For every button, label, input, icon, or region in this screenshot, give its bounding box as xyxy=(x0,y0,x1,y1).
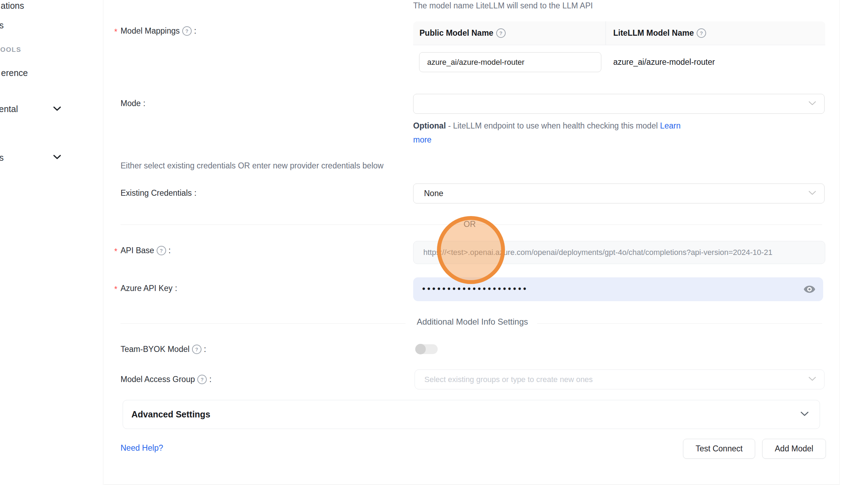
required-asterisk: * xyxy=(114,27,117,37)
section-divider-line xyxy=(121,323,405,324)
model-mappings-table: Public Model Name ? LiteLLM Model Name ?… xyxy=(413,21,825,91)
colon: : xyxy=(175,284,177,293)
public-model-name-input[interactable] xyxy=(419,52,601,72)
chevron-down-icon xyxy=(808,101,816,107)
additional-settings-divider-label: Additional Model Info Settings xyxy=(408,317,537,327)
azure-api-key-label: * Azure API Key : xyxy=(114,284,177,293)
mappings-table-row: azure_ai/azure-model-router xyxy=(413,45,825,91)
required-asterisk: * xyxy=(114,247,117,256)
chevron-down-icon[interactable] xyxy=(53,154,61,160)
mode-label: Mode : xyxy=(121,99,145,108)
mode-hint-line1: Optional - LiteLLM endpoint to use when … xyxy=(413,121,681,131)
model-access-group-label: Model Access Group ? : xyxy=(121,375,212,384)
mode-hint-body: - LiteLLM endpoint to use when health ch… xyxy=(446,121,660,130)
public-model-name-header: Public Model Name ? xyxy=(413,21,606,45)
help-icon[interactable]: ? xyxy=(157,246,166,255)
help-icon[interactable]: ? xyxy=(697,28,706,38)
learn-more-link[interactable]: more xyxy=(413,135,431,144)
colon: : xyxy=(143,99,145,108)
sidebar-item-4[interactable]: ental xyxy=(0,104,18,114)
help-icon[interactable]: ? xyxy=(192,345,201,354)
help-icon[interactable]: ? xyxy=(197,375,207,384)
sidebar-item-5[interactable]: s xyxy=(0,153,4,163)
chevron-down-icon xyxy=(808,190,816,197)
litellm-model-name-header: LiteLLM Model Name ? xyxy=(606,28,706,38)
need-help-link[interactable]: Need Help? xyxy=(121,443,163,453)
mode-hint-line2: more xyxy=(413,135,431,145)
chevron-down-icon xyxy=(800,411,809,418)
mode-label-text: Mode xyxy=(121,99,141,108)
mode-hint-bold: Optional xyxy=(413,121,446,130)
toggle-knob xyxy=(415,344,426,354)
api-base-input[interactable] xyxy=(413,241,825,264)
public-model-name-header-text: Public Model Name xyxy=(419,28,493,38)
model-mappings-label: * Model Mappings ? : xyxy=(114,26,196,36)
mappings-table-header: Public Model Name ? LiteLLM Model Name ? xyxy=(413,21,825,45)
team-byok-label-text: Team-BYOK Model xyxy=(121,345,190,354)
azure-api-key-label-text: Azure API Key xyxy=(121,284,172,293)
advanced-settings-panel[interactable]: Advanced Settings xyxy=(123,400,820,429)
model-access-group-placeholder: Select existing groups or type to create… xyxy=(415,375,593,384)
help-icon[interactable]: ? xyxy=(496,28,506,38)
sidebar-section-tools: TOOLS xyxy=(0,46,21,54)
existing-credentials-label: Existing Credentials : xyxy=(121,188,197,198)
sidebar-item-2[interactable]: s xyxy=(0,20,4,30)
existing-credentials-select[interactable]: None xyxy=(413,183,825,203)
advanced-settings-label: Advanced Settings xyxy=(123,409,210,420)
sidebar: ations s TOOLS erence ental s xyxy=(0,0,103,485)
api-base-label-text: API Base xyxy=(121,246,154,255)
panel-right-border xyxy=(839,0,840,485)
colon: : xyxy=(169,246,171,255)
section-divider-line xyxy=(537,323,822,324)
learn-more-link[interactable]: Learn xyxy=(660,121,681,130)
chevron-down-icon[interactable] xyxy=(53,106,61,111)
credentials-hint: Either select existing credentials OR en… xyxy=(121,161,383,171)
litellm-model-name-header-text: LiteLLM Model Name xyxy=(613,28,694,38)
api-base-label: * API Base ? : xyxy=(114,246,171,255)
test-connect-button[interactable]: Test Connect xyxy=(683,439,755,459)
model-access-group-label-text: Model Access Group xyxy=(121,375,195,384)
model-name-hint: The model name LiteLLM will send to the … xyxy=(413,1,593,11)
or-divider-label: OR xyxy=(460,220,479,229)
chevron-down-icon xyxy=(808,376,816,383)
panel-bottom-border xyxy=(104,484,839,485)
team-byok-toggle[interactable] xyxy=(415,344,438,354)
mode-select[interactable] xyxy=(413,94,825,114)
colon: : xyxy=(194,188,196,198)
eye-icon[interactable] xyxy=(801,282,818,297)
existing-credentials-value: None xyxy=(414,189,443,198)
team-byok-label: Team-BYOK Model ? : xyxy=(121,345,206,354)
colon: : xyxy=(194,26,196,36)
masked-key-value: ••••••••••••••••••••• xyxy=(413,284,528,293)
add-model-page: ations s TOOLS erence ental s The model … xyxy=(0,0,868,485)
sidebar-item-3[interactable]: erence xyxy=(1,68,28,78)
add-model-button[interactable]: Add Model xyxy=(762,439,826,459)
sidebar-item-1[interactable]: ations xyxy=(1,1,24,11)
existing-credentials-label-text: Existing Credentials xyxy=(121,188,192,198)
colon: : xyxy=(204,345,206,354)
required-asterisk: * xyxy=(114,285,117,294)
litellm-model-name-value: azure_ai/azure-model-router xyxy=(613,52,715,72)
model-access-group-select[interactable]: Select existing groups or type to create… xyxy=(415,369,825,389)
colon: : xyxy=(209,375,211,384)
azure-api-key-input[interactable]: ••••••••••••••••••••• xyxy=(413,277,823,301)
help-icon[interactable]: ? xyxy=(182,26,192,36)
model-mappings-label-text: Model Mappings xyxy=(121,26,180,36)
